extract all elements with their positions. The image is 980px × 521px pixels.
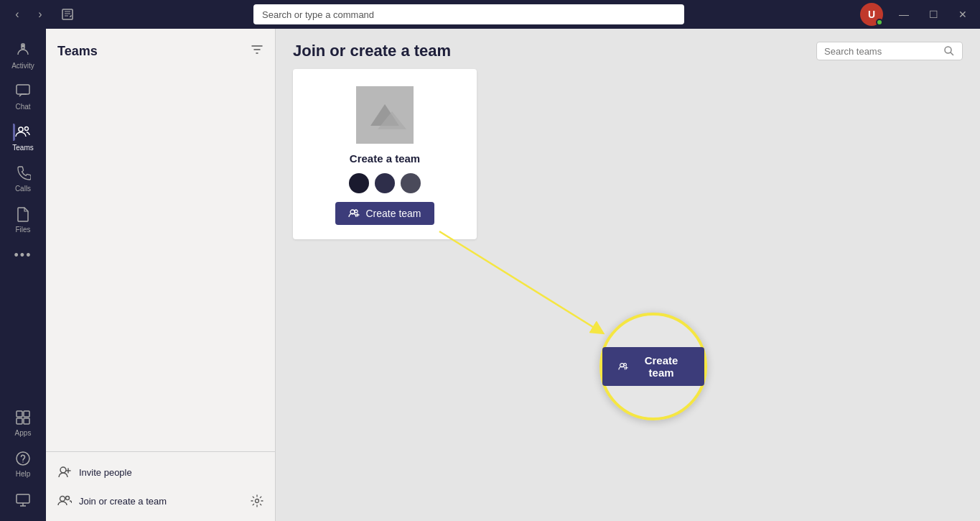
sidebar-item-device[interactable] xyxy=(13,484,33,515)
svg-rect-9 xyxy=(24,418,29,424)
search-teams-wrap[interactable] xyxy=(816,42,963,60)
create-team-graphic xyxy=(356,86,414,144)
card-icon xyxy=(356,86,414,144)
teams-panel-header: Teams xyxy=(46,29,275,65)
svg-rect-3 xyxy=(17,85,29,94)
search-teams-input[interactable] xyxy=(824,46,939,57)
zoom-button-icon xyxy=(618,361,628,372)
sidebar-item-files[interactable]: Files xyxy=(0,198,46,239)
titlebar: ‹ › Search or type a command U — ☐ ✕ xyxy=(0,0,980,29)
help-icon-wrap xyxy=(13,448,33,469)
zoom-create-team-button[interactable]: Create team xyxy=(602,347,704,386)
help-label: Help xyxy=(16,470,31,478)
svg-point-26 xyxy=(624,364,627,366)
svg-point-22 xyxy=(355,210,358,213)
nav-buttons: ‹ › xyxy=(9,6,49,23)
dot-1 xyxy=(349,173,369,193)
maximize-button[interactable]: ☐ xyxy=(925,9,943,20)
calls-label: Calls xyxy=(15,185,31,193)
nav-forward-button[interactable]: › xyxy=(32,6,49,23)
search-bar-text: Search or type a command xyxy=(262,9,374,20)
create-team-card: Create a team Create team xyxy=(293,69,477,239)
dot-3 xyxy=(401,173,421,193)
create-team-button-label: Create team xyxy=(365,208,421,219)
apps-label: Apps xyxy=(15,429,32,437)
sidebar: Activity Chat Teams xyxy=(0,29,46,521)
titlebar-left: ‹ › xyxy=(9,4,78,24)
apps-icon-wrap xyxy=(13,407,33,428)
main-header: Join or create a team xyxy=(276,29,980,69)
join-create-label: Join or create a team xyxy=(79,496,167,507)
filter-button[interactable] xyxy=(251,43,263,59)
activity-icon-wrap xyxy=(13,40,33,60)
teams-panel-title: Teams xyxy=(57,44,98,59)
files-icon-wrap xyxy=(13,204,33,224)
svg-point-2 xyxy=(22,45,24,47)
close-button[interactable]: ✕ xyxy=(954,9,971,20)
sidebar-bottom: Apps Help xyxy=(13,402,33,515)
invite-icon xyxy=(57,465,72,479)
activity-label: Activity xyxy=(11,62,34,70)
more-icon-wrap: ••• xyxy=(13,245,33,265)
sidebar-item-activity[interactable]: Activity xyxy=(0,34,46,75)
page-title: Join or create a team xyxy=(293,42,451,60)
sidebar-item-calls[interactable]: Calls xyxy=(0,157,46,198)
global-search-bar[interactable]: Search or type a command xyxy=(253,4,684,24)
files-label: Files xyxy=(15,226,30,234)
join-team-icon xyxy=(57,494,72,508)
svg-point-11 xyxy=(22,461,24,463)
card-dots xyxy=(349,173,421,193)
avatar-status xyxy=(876,19,883,26)
zoom-circle: Create team xyxy=(599,313,707,420)
teams-panel-body xyxy=(46,65,275,451)
svg-point-5 xyxy=(25,127,29,131)
svg-point-15 xyxy=(66,497,70,500)
create-team-button[interactable]: Create team xyxy=(335,202,434,225)
sidebar-item-help[interactable]: Help xyxy=(13,443,33,484)
settings-icon[interactable] xyxy=(251,494,263,507)
sidebar-item-chat[interactable]: Chat xyxy=(0,75,46,116)
main-content: Join or create a team xyxy=(276,29,980,521)
svg-rect-7 xyxy=(24,411,29,417)
teams-panel-footer: Invite people Join or create a team xyxy=(46,451,275,521)
invite-people-item[interactable]: Invite people xyxy=(46,458,275,487)
chat-label: Chat xyxy=(15,103,30,111)
sidebar-item-teams[interactable]: Teams xyxy=(0,116,46,157)
svg-rect-0 xyxy=(62,9,73,19)
sidebar-item-more[interactable]: ••• xyxy=(0,239,46,271)
sidebar-item-apps[interactable]: Apps xyxy=(13,402,33,443)
avatar-initials: U xyxy=(868,9,875,20)
app-body: Activity Chat Teams xyxy=(0,29,980,521)
svg-point-14 xyxy=(60,497,65,502)
svg-point-16 xyxy=(256,499,259,503)
dot-2 xyxy=(375,173,395,193)
device-icon-wrap xyxy=(13,489,33,510)
join-create-team-item[interactable]: Join or create a team xyxy=(46,487,275,515)
svg-rect-8 xyxy=(17,418,22,424)
card-area: Create a team Create team xyxy=(276,69,980,521)
invite-people-label: Invite people xyxy=(79,467,132,478)
svg-point-10 xyxy=(17,452,29,465)
chat-icon-wrap xyxy=(13,81,33,101)
nav-back-button[interactable]: ‹ xyxy=(9,6,26,23)
avatar[interactable]: U xyxy=(860,3,883,26)
svg-point-13 xyxy=(60,467,66,473)
search-teams-icon xyxy=(943,45,955,57)
zoom-button-label: Create team xyxy=(634,354,689,379)
create-team-button-icon xyxy=(348,208,360,219)
titlebar-right: U — ☐ ✕ xyxy=(860,3,971,26)
teams-label: Teams xyxy=(12,144,33,152)
calls-icon-wrap xyxy=(13,163,33,183)
minimize-button[interactable]: — xyxy=(895,9,913,20)
compose-button[interactable] xyxy=(57,4,78,24)
svg-point-4 xyxy=(19,127,23,132)
teams-icon-wrap xyxy=(13,122,33,142)
svg-rect-12 xyxy=(17,494,29,503)
card-title: Create a team xyxy=(350,152,420,165)
svg-rect-6 xyxy=(17,411,22,417)
teams-panel: Teams Invite people xyxy=(46,29,276,521)
